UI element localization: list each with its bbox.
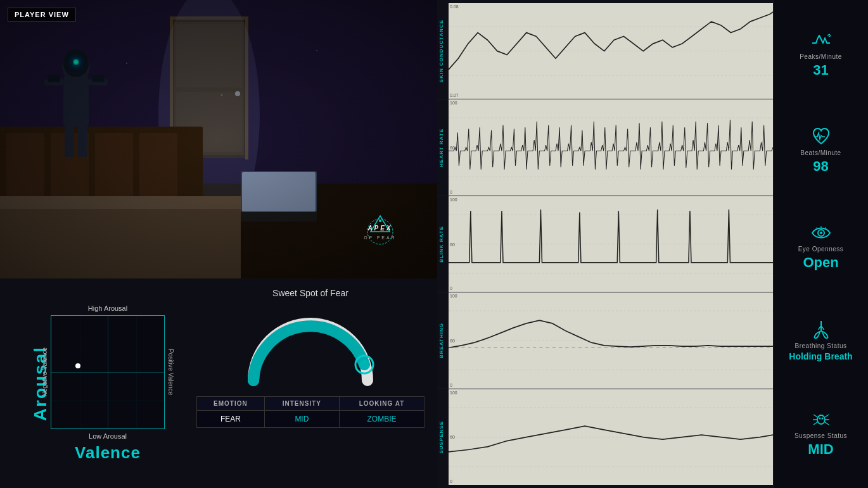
breathing-title: Breathing Status [795,342,847,349]
negative-valence-label: Negative Valence [41,347,48,397]
svg-point-46 [359,360,369,370]
high-arousal-label: High Arousal [41,304,174,312]
breathing-value: Holding Breath [789,351,852,361]
suspense-title: Suspense Status [795,432,847,439]
gauge-svg [241,304,380,393]
svg-line-72 [814,415,817,417]
eye-icon [811,223,831,243]
arousal-grid [51,315,165,429]
looking-at-value: ZOMBIE [339,411,424,428]
apex-logo: APEX OF FEAR [342,213,418,260]
suspense-value: MID [808,441,833,458]
gauge-container [241,304,380,387]
player-view: PLAYER VIEW [0,0,437,278]
stats-panel: Peaks/Minute 31 Beats/Minute 98 [773,0,868,488]
heart-rate-label: HEART RATE [437,127,449,168]
arousal-grid-container: High Arousal Negative Valence [41,304,174,463]
svg-point-42 [379,220,381,222]
peaks-title: Peaks/Minute [800,53,842,60]
emotion-header: EMOTION [197,397,265,411]
beats-title: Beats/Minute [800,149,841,156]
svg-point-66 [820,232,822,234]
arousal-dot [75,363,80,368]
emotion-table: EMOTION INTENSITY LOOKING AT FEAR MID ZO… [196,396,424,428]
positive-valence-label: Positive Valence [167,349,174,395]
peaks-stat: Peaks/Minute 31 [777,25,865,84]
valence-label: Valence [41,443,174,463]
arousal-section: Arousal High Arousal Negative Valence [6,285,190,482]
suspense-row: SUSPENSE 100 60 0 [437,389,773,485]
beats-value: 98 [813,158,828,175]
svg-line-74 [814,422,817,425]
sweet-spot-title: Sweet Spot of Fear [272,288,348,298]
svg-point-71 [817,415,825,424]
emotion-row: FEAR MID ZOMBIE [197,411,424,428]
svg-text:APEX: APEX [367,225,392,232]
breathing-label: BREATHING [437,322,449,360]
svg-line-63 [827,34,830,35]
blink-rate-row: BLINK RATE 100 60 0 [437,196,773,292]
suspense-icon [811,410,831,430]
heart-rate-row: HEART RATE 100 60 0 [437,99,773,196]
blink-rate-chart: 100 60 0 [449,196,773,292]
looking-at-header: LOOKING AT [339,397,424,411]
svg-point-78 [819,417,820,419]
heart-rate-chart: 100 60 0 [449,99,773,195]
breathing-chart: 100 60 0 [449,292,773,388]
skin-conductance-label: SKIN CONDUCTANCE [437,18,449,84]
heart-icon [811,127,831,147]
svg-line-75 [825,415,829,417]
bottom-section: Arousal High Arousal Negative Valence [0,278,437,488]
player-view-label: PLAYER VIEW [8,8,76,22]
svg-line-64 [829,35,831,37]
beats-stat: Beats/Minute 98 [777,122,865,180]
skin-conductance-row: SKIN CONDUCTANCE 0.08 0.07 [437,3,773,99]
sweet-spot-section: Sweet Spot of Fear EMOTION [190,285,431,482]
low-arousal-label: Low Arousal [41,432,174,440]
right-section: SKIN CONDUCTANCE 0.08 0.07 HEART RATE 10… [437,0,868,488]
breathing-row: BREATHING 100 60 0 [437,292,773,389]
blink-rate-label: BLINK RATE [437,225,449,264]
charts-area: SKIN CONDUCTANCE 0.08 0.07 HEART RATE 10… [437,0,773,488]
intensity-header: INTENSITY [264,397,339,411]
left-panel: PLAYER VIEW [0,0,437,488]
svg-point-79 [821,417,823,419]
suspense-label: SUSPENSE [437,420,449,455]
skin-conductance-chart: 0.08 0.07 [449,3,773,99]
intensity-value: MID [264,411,339,428]
lungs-icon [811,320,831,340]
eye-title: Eye Openness [798,246,844,253]
svg-text:OF FEAR: OF FEAR [364,235,396,240]
eye-value: Open [803,254,838,271]
peaks-icon [811,30,831,51]
suspense-stat: Suspense Status MID [777,404,865,463]
breathing-stat: Breathing Status Holding Breath [777,315,865,366]
eye-stat: Eye Openness Open [777,218,865,276]
peaks-value: 31 [813,62,828,78]
suspense-chart: 100 60 0 [449,389,773,485]
svg-line-77 [825,422,829,425]
emotion-value: FEAR [197,411,265,428]
